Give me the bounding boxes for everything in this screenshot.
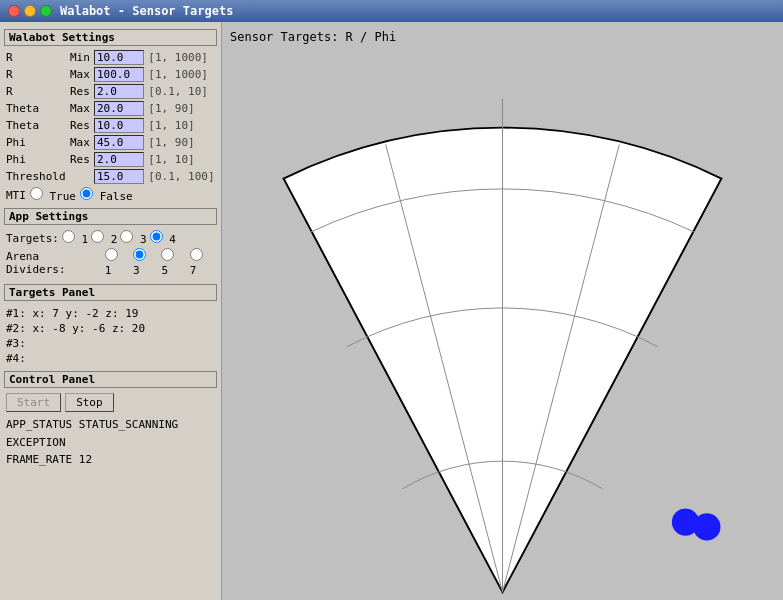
targets-3-radio[interactable]: [120, 230, 133, 243]
setting-input-cell[interactable]: [92, 168, 146, 185]
left-panel: Walabot Settings R Min [1, 1000] R Max […: [0, 22, 222, 600]
status-row: APP_STATUS STATUS_SCANNING: [6, 416, 215, 434]
arena-7-radio[interactable]: [190, 248, 203, 261]
target-dot-2: [693, 513, 720, 540]
setting-label2: Min: [68, 49, 92, 66]
mti-true-label[interactable]: True: [30, 187, 76, 203]
setting-range: [1, 90]: [146, 100, 217, 117]
setting-label2: Max: [68, 66, 92, 83]
setting-label1: Theta: [4, 100, 68, 117]
arena-1-radio[interactable]: [105, 248, 118, 261]
setting-range: [0.1, 100]: [146, 168, 217, 185]
app-settings: Targets: 1 2 3 4 Arena Dividers: 1 3 5 7: [4, 228, 217, 281]
app-settings-title: App Settings: [4, 208, 217, 225]
target-row: #2: x: -8 y: -6 z: 20: [6, 321, 215, 336]
targets-4-radio[interactable]: [150, 230, 163, 243]
setting-label2: Res: [68, 117, 92, 134]
start-button[interactable]: Start: [6, 393, 61, 412]
settings-row: Phi Max [1, 90]: [4, 134, 217, 151]
close-button[interactable]: [8, 5, 20, 17]
arena-5-radio[interactable]: [161, 248, 174, 261]
target-row: #4:: [6, 351, 215, 366]
arena-dividers-row: Arena Dividers: 1 3 5 7: [6, 248, 215, 277]
setting-label1: R: [4, 66, 68, 83]
setting-label2: Res: [68, 151, 92, 168]
setting-input-cell[interactable]: [92, 49, 146, 66]
mti-false-radio[interactable]: [80, 187, 93, 200]
setting-label1: Theta: [4, 117, 68, 134]
setting-range: [1, 10]: [146, 151, 217, 168]
arena-3-radio[interactable]: [133, 248, 146, 261]
setting-input[interactable]: [94, 169, 144, 184]
targets-panel: #1: x: 7 y: -2 z: 19#2: x: -8 y: -6 z: 2…: [4, 304, 217, 368]
target-row: #3:: [6, 336, 215, 351]
status-info: APP_STATUS STATUS_SCANNINGEXCEPTIONFRAME…: [6, 416, 215, 469]
setting-range: [1, 10]: [146, 117, 217, 134]
setting-label1: R: [4, 83, 68, 100]
setting-input[interactable]: [94, 152, 144, 167]
setting-range: [1, 90]: [146, 134, 217, 151]
targets-2-radio[interactable]: [91, 230, 104, 243]
settings-row: Phi Res [1, 10]: [4, 151, 217, 168]
window-title: Walabot - Sensor Targets: [60, 4, 233, 18]
sensor-canvas: [230, 52, 775, 600]
mti-false-label[interactable]: False: [80, 187, 133, 203]
right-panel: Sensor Targets: R / Phi: [222, 22, 783, 600]
mti-label: MTI: [6, 189, 26, 202]
minimize-button[interactable]: [24, 5, 36, 17]
setting-label2: Res: [68, 83, 92, 100]
setting-input-cell[interactable]: [92, 134, 146, 151]
setting-input-cell[interactable]: [92, 66, 146, 83]
setting-input-cell[interactable]: [92, 117, 146, 134]
control-panel-title: Control Panel: [4, 371, 217, 388]
maximize-button[interactable]: [40, 5, 52, 17]
setting-range: [1, 1000]: [146, 66, 217, 83]
setting-label1: Phi: [4, 151, 68, 168]
btn-group: Start Stop: [6, 393, 215, 412]
targets-label: Targets:: [6, 232, 59, 245]
setting-label2: [68, 168, 92, 185]
mti-row: MTI True False: [4, 185, 217, 205]
title-bar: Walabot - Sensor Targets: [0, 0, 783, 22]
sensor-view-title: Sensor Targets: R / Phi: [230, 30, 775, 44]
targets-1-radio[interactable]: [62, 230, 75, 243]
stop-button[interactable]: Stop: [65, 393, 114, 412]
mti-true-radio[interactable]: [30, 187, 43, 200]
settings-row: R Res [0.1, 10]: [4, 83, 217, 100]
walabot-settings-title: Walabot Settings: [4, 29, 217, 46]
arena-dividers-label: Arena Dividers:: [6, 250, 102, 276]
setting-label1: Phi: [4, 134, 68, 151]
setting-input-cell[interactable]: [92, 83, 146, 100]
setting-input[interactable]: [94, 101, 144, 116]
settings-table: R Min [1, 1000] R Max [1, 1000] R Res [0…: [4, 49, 217, 185]
settings-row: R Max [1, 1000]: [4, 66, 217, 83]
setting-label1: R: [4, 49, 68, 66]
setting-range: [1, 1000]: [146, 49, 217, 66]
status-row: FRAME_RATE 12: [6, 451, 215, 469]
setting-input-cell[interactable]: [92, 151, 146, 168]
setting-input[interactable]: [94, 67, 144, 82]
status-row: EXCEPTION: [6, 434, 215, 452]
main-container: Walabot Settings R Min [1, 1000] R Max […: [0, 22, 783, 600]
settings-row: Theta Res [1, 10]: [4, 117, 217, 134]
setting-label2: Max: [68, 134, 92, 151]
setting-input-cell[interactable]: [92, 100, 146, 117]
settings-row: R Min [1, 1000]: [4, 49, 217, 66]
settings-row: Theta Max [1, 90]: [4, 100, 217, 117]
window-controls[interactable]: [8, 5, 52, 17]
target-row: #1: x: 7 y: -2 z: 19: [6, 306, 215, 321]
setting-label1: Threshold: [4, 168, 68, 185]
setting-range: [0.1, 10]: [146, 83, 217, 100]
setting-input[interactable]: [94, 84, 144, 99]
setting-input[interactable]: [94, 135, 144, 150]
settings-row: Threshold [0.1, 100]: [4, 168, 217, 185]
targets-row: Targets: 1 2 3 4: [6, 230, 215, 246]
targets-panel-title: Targets Panel: [4, 284, 217, 301]
setting-input[interactable]: [94, 50, 144, 65]
setting-label2: Max: [68, 100, 92, 117]
sensor-svg: [230, 52, 775, 600]
setting-input[interactable]: [94, 118, 144, 133]
control-panel: Start Stop APP_STATUS STATUS_SCANNINGEXC…: [4, 391, 217, 471]
